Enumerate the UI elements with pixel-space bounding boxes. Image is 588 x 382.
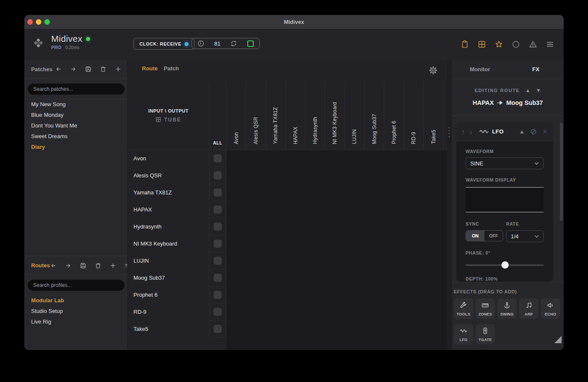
routes-list: Modular Lab Studio Setup Live Rig xyxy=(24,295,127,327)
sync-off-button[interactable]: OFF xyxy=(484,231,503,241)
routes-delete-icon[interactable] xyxy=(95,262,101,269)
collapse-effect-icon[interactable]: ▲ xyxy=(519,129,524,134)
routes-add-icon[interactable] xyxy=(110,262,116,269)
sync-on-button[interactable]: ON xyxy=(466,231,484,241)
routes-search-input[interactable] xyxy=(28,280,125,291)
effect-tile-lfo[interactable]: LFO xyxy=(454,324,473,344)
row-all-checkbox[interactable] xyxy=(214,257,222,265)
bypass-effect-icon[interactable] xyxy=(530,128,537,135)
column-header[interactable]: Yamaha TX81Z xyxy=(266,81,286,150)
patches-save-icon[interactable] xyxy=(85,66,92,72)
route-prev-button[interactable]: ▲ xyxy=(525,88,530,93)
phase-slider-thumb[interactable] xyxy=(501,261,509,269)
matrix-settings-gear-icon[interactable] xyxy=(429,66,437,75)
row-all-checkbox[interactable] xyxy=(214,240,222,248)
star-icon[interactable] xyxy=(495,40,503,49)
patches-back-icon[interactable] xyxy=(55,66,62,72)
matrix-row: RD-9 xyxy=(128,304,447,321)
column-header[interactable]: RD-9 xyxy=(404,81,424,150)
routes-back-icon[interactable] xyxy=(50,262,57,269)
column-header[interactable]: Moog Sub37 xyxy=(365,81,384,150)
routes-save-icon[interactable] xyxy=(80,262,87,269)
patches-search-input[interactable] xyxy=(28,84,125,95)
column-header[interactable]: NI MK3 Keyboard xyxy=(325,81,345,150)
effect-tile-arp[interactable]: ARP xyxy=(519,298,539,319)
row-label: Alesis QSR xyxy=(128,167,209,184)
column-header[interactable]: Avon xyxy=(226,81,246,150)
routes-help-icon[interactable]: ? xyxy=(125,263,127,268)
effect-tile-zones[interactable]: ZONES xyxy=(475,298,495,319)
window-resize-grip[interactable] xyxy=(554,336,562,343)
row-all-checkbox[interactable] xyxy=(214,171,222,179)
route-list-item[interactable]: Studio Setup xyxy=(24,306,127,316)
patch-list-item[interactable]: Blue Monday xyxy=(24,110,127,120)
phase-label: PHASE: 0° xyxy=(466,250,544,255)
patch-list-item[interactable]: My New Song xyxy=(24,99,127,110)
circle-status-icon[interactable] xyxy=(512,40,520,49)
patch-list-item-selected[interactable]: Diary xyxy=(24,142,127,152)
route-list-item[interactable]: Live Rig xyxy=(24,316,127,327)
warning-icon[interactable] xyxy=(529,40,537,49)
row-all-checkbox[interactable] xyxy=(214,188,222,197)
route-list-item-selected[interactable]: Modular Lab xyxy=(24,295,127,306)
header-icons xyxy=(461,40,554,49)
clipboard-icon[interactable] xyxy=(461,40,469,49)
menu-icon[interactable] xyxy=(546,40,554,49)
effect-tile-tgate[interactable]: TGATE xyxy=(475,324,495,344)
route-arrow-icon xyxy=(497,101,503,105)
grid-view-icon[interactable] xyxy=(478,40,486,49)
matrix-row: Take5 xyxy=(128,321,447,338)
row-all-checkbox[interactable] xyxy=(214,308,222,316)
gate-icon xyxy=(481,327,489,335)
routes-forward-icon[interactable] xyxy=(65,262,72,269)
patch-list-item[interactable]: Dont You Want Me xyxy=(24,120,127,131)
tab-patch[interactable]: Patch xyxy=(164,65,179,72)
app-window: Midivex Midivex PRO 0.20ms CLOCK: RE xyxy=(24,15,564,350)
waveform-select[interactable]: SINE xyxy=(466,157,544,169)
move-effect-up-icon[interactable]: ↑ xyxy=(462,128,465,135)
column-all[interactable]: ALL xyxy=(209,81,226,150)
sync-refresh-icon[interactable] xyxy=(230,40,237,47)
clock-mode-button[interactable]: CLOCK: RECEIVE xyxy=(133,38,194,50)
effect-tile-swing[interactable]: SWING xyxy=(497,298,517,319)
row-all-checkbox[interactable] xyxy=(214,205,222,214)
row-all-checkbox[interactable] xyxy=(214,154,222,162)
speaker-icon xyxy=(547,301,554,309)
column-header[interactable]: HAPAX xyxy=(286,81,305,150)
column-header[interactable]: Alesis QSR xyxy=(246,81,266,150)
stop-button[interactable] xyxy=(247,41,254,47)
row-all-checkbox[interactable] xyxy=(214,291,222,299)
row-label: LUJIN xyxy=(128,252,209,269)
effect-tile-echo[interactable]: ECHO xyxy=(541,298,560,319)
patches-delete-icon[interactable] xyxy=(100,66,107,72)
move-effect-down-icon[interactable]: ↓ xyxy=(469,128,472,135)
sine-wave-icon xyxy=(479,128,489,136)
remove-effect-icon[interactable]: ✕ xyxy=(542,129,547,135)
tube-selector[interactable]: TUBE xyxy=(156,117,182,123)
tab-monitor[interactable]: Monitor xyxy=(452,60,508,79)
row-label: Avon xyxy=(128,150,209,167)
row-all-checkbox[interactable] xyxy=(214,274,222,282)
matrix-row: Alesis QSR xyxy=(128,167,447,184)
patch-list-item[interactable]: Sweet Dreams xyxy=(24,131,127,142)
clock-active-dot xyxy=(185,42,188,46)
panel-scrollbar-thumb[interactable] xyxy=(560,123,563,221)
patches-forward-icon[interactable] xyxy=(70,66,77,72)
panel-splitter[interactable] xyxy=(447,60,452,350)
rate-select[interactable]: 1/4 xyxy=(506,230,544,242)
column-header[interactable]: Hydrasynth xyxy=(305,81,325,150)
tab-fx[interactable]: FX xyxy=(508,60,564,79)
row-all-checkbox[interactable] xyxy=(214,325,222,333)
column-header[interactable]: Take5 xyxy=(424,81,443,150)
row-all-checkbox[interactable] xyxy=(214,223,222,231)
column-header[interactable]: Prophet 6 xyxy=(384,81,404,150)
route-next-button[interactable]: ▼ xyxy=(536,88,541,93)
titlebar: Midivex xyxy=(24,15,564,29)
tempo-value[interactable]: 81 xyxy=(214,41,220,47)
effect-tile-tools[interactable]: TOOLS xyxy=(454,298,473,319)
lfo-card-body: WAVEFORM SINE WAVEFORM DISPLAY SYNC ON xyxy=(456,141,553,282)
tab-route[interactable]: Route xyxy=(142,65,158,72)
column-header[interactable]: LUJIN xyxy=(345,81,365,150)
patches-add-icon[interactable] xyxy=(115,66,122,72)
patches-list: My New Song Blue Monday Dont You Want Me… xyxy=(24,99,127,152)
